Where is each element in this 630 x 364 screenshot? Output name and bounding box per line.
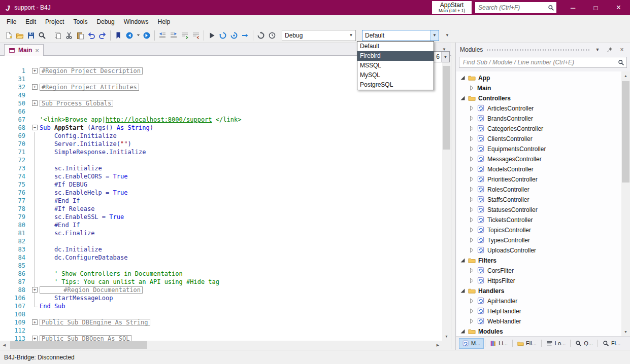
scroll-up-arrow[interactable]: ▲ (621, 71, 630, 80)
tree-item-httpsfilter[interactable]: HttpsFilter (456, 276, 621, 286)
code-line[interactable]: 113+Public Sub DBOpen As SQL (0, 335, 442, 341)
tree-item-topicscontroller[interactable]: TopicsController (456, 225, 621, 235)
scrollbar-thumb[interactable] (443, 66, 450, 150)
scroll-down-arrow[interactable]: ▼ (621, 327, 630, 336)
expander-closed-icon[interactable] (469, 308, 475, 314)
code-line[interactable]: 68−Sub AppStart (Args() As String) (0, 124, 442, 132)
menu-item-edit[interactable]: Edit (21, 16, 41, 27)
code-line[interactable]: 82 (0, 237, 442, 245)
dropdown-item-default[interactable]: Default (357, 42, 434, 51)
code-line[interactable]: 87 ' Tips: You can unlist an API using #… (0, 278, 442, 286)
bookmark-button[interactable] (113, 30, 124, 41)
fold-toggle-icon[interactable]: − (30, 124, 40, 132)
code-line[interactable]: 76 sc.EnableHelp = True (0, 189, 442, 197)
expander-open-icon[interactable] (460, 288, 466, 294)
tab-close-icon[interactable]: × (35, 47, 39, 54)
code-line[interactable]: 66 (0, 107, 442, 116)
tree-item-handlers[interactable]: Handlers (456, 286, 621, 296)
appstart-button[interactable]: AppStart Main (ctrl + 1) (432, 1, 472, 14)
expander-closed-icon[interactable] (469, 318, 475, 324)
expander-closed-icon[interactable] (469, 247, 475, 253)
code-line[interactable]: 72 (0, 156, 442, 164)
expander-closed-icon[interactable] (469, 136, 475, 142)
uncomment-button[interactable] (190, 30, 202, 41)
tree-item-modelscontroller[interactable]: ModelsController (456, 164, 621, 174)
panel-tab-fil[interactable]: Fil... (514, 338, 540, 349)
open-project-button[interactable] (14, 30, 25, 41)
code-line[interactable]: 73 sc.Initialize (0, 164, 442, 172)
fold-toggle-icon[interactable]: + (30, 335, 40, 341)
code-line[interactable]: 109+Public Sub DBEngine As String (0, 318, 442, 326)
tree-item-clientscontroller[interactable]: ClientsController (456, 134, 621, 144)
new-file-button[interactable] (3, 30, 14, 41)
code-line[interactable]: 71 SimpleResponse.Initialize (0, 148, 442, 156)
nav-back-button[interactable] (124, 30, 135, 41)
fold-toggle-icon[interactable]: + (30, 99, 40, 107)
close-button[interactable]: × (607, 0, 630, 15)
editor-vertical-scrollbar[interactable]: ▲ ▼ (442, 56, 451, 341)
expander-closed-icon[interactable] (469, 126, 475, 132)
code-line[interactable]: 79 sc.EnableSSL = True (0, 213, 442, 221)
panel-menu-icon[interactable]: ▼ (593, 46, 602, 54)
expander-closed-icon[interactable] (469, 197, 475, 203)
undo-button[interactable] (86, 30, 97, 41)
tree-item-corsfilter[interactable]: CorsFilter (456, 266, 621, 276)
tree-item-filters[interactable]: Filters (456, 256, 621, 266)
menu-item-file[interactable]: File (2, 16, 21, 27)
code-line[interactable]: 69 Config.Initialize (0, 132, 442, 140)
expander-closed-icon[interactable] (469, 176, 475, 183)
tree-item-brandscontroller[interactable]: BrandsController (456, 114, 621, 124)
tree-item-controllers[interactable]: Controllers (456, 93, 621, 103)
code-line[interactable]: 50+Sub Process_Globals (0, 99, 442, 107)
tree-item-main[interactable]: Main (456, 83, 621, 93)
expander-closed-icon[interactable] (469, 217, 475, 223)
maximize-button[interactable]: □ (584, 0, 607, 15)
copy-button[interactable] (52, 30, 63, 41)
tab-main[interactable]: Main × (4, 44, 44, 56)
tree-item-articlescontroller[interactable]: ArticlesController (456, 103, 621, 114)
nav-forward-button[interactable] (141, 30, 152, 41)
code-line[interactable]: 106 StartMessageLoop (0, 294, 442, 302)
menu-item-help[interactable]: Help (153, 16, 175, 27)
dropdown-item-mysql[interactable]: MySQL (357, 70, 434, 80)
code-line[interactable]: 83 dc.Initialize (0, 245, 442, 253)
tree-item-statusescontroller[interactable]: StatusesController (456, 205, 621, 215)
dropdown-item-postgresql[interactable]: PostgreSQL (357, 80, 434, 90)
fold-toggle-icon[interactable]: + (30, 318, 40, 326)
modules-search-input[interactable] (460, 59, 618, 66)
tree-item-uploadscontroller[interactable]: UploadsController (456, 245, 621, 256)
titlebar-search-input[interactable] (478, 4, 548, 11)
expander-closed-icon[interactable] (469, 116, 475, 122)
code-line[interactable]: 80 #End If (0, 221, 442, 229)
code-line[interactable]: 107End Sub (0, 302, 442, 310)
modules-panel-header[interactable]: Modules ▼ × (456, 43, 630, 57)
fold-toggle-icon[interactable]: + (30, 286, 40, 294)
code-line[interactable]: 84 dc.ConfigureDatabase (0, 253, 442, 262)
expander-closed-icon[interactable] (469, 227, 475, 233)
tree-item-staffscontroller[interactable]: StaffsController (456, 195, 621, 205)
tree-item-ticketscontroller[interactable]: TicketsController (456, 215, 621, 225)
expander-closed-icon[interactable] (469, 268, 475, 274)
tree-item-categoriescontroller[interactable]: CategoriesController (456, 124, 621, 134)
tree-item-webhandler[interactable]: WebHandler (456, 316, 621, 326)
fold-toggle-icon[interactable]: + (30, 83, 40, 91)
scrollbar-thumb[interactable] (10, 341, 147, 349)
code-line[interactable]: 70 Server.Initialize("") (0, 140, 442, 148)
find-button[interactable] (37, 30, 48, 41)
fold-toggle-icon[interactable]: + (30, 67, 40, 75)
indent-button[interactable] (168, 30, 179, 41)
panel-tab-q[interactable]: Q... (572, 338, 596, 349)
tree-item-modules[interactable]: Modules (456, 326, 621, 336)
expander-open-icon[interactable] (460, 75, 466, 81)
expander-closed-icon[interactable] (469, 105, 475, 112)
cut-button[interactable] (63, 30, 75, 41)
panel-tab-lo[interactable]: Lo... (543, 338, 569, 349)
resume-button[interactable] (217, 30, 228, 41)
redo-button[interactable] (97, 30, 108, 41)
tree-item-typescontroller[interactable]: TypesController (456, 235, 621, 245)
tree-item-rolescontroller[interactable]: RolesController (456, 185, 621, 195)
run-mode-combobox[interactable]: Debug ▼ (282, 30, 356, 41)
code-line[interactable]: 81 sc.Finalize (0, 229, 442, 237)
paste-button[interactable] (75, 30, 86, 41)
tree-item-apihandler[interactable]: ApiHandler (456, 296, 621, 306)
